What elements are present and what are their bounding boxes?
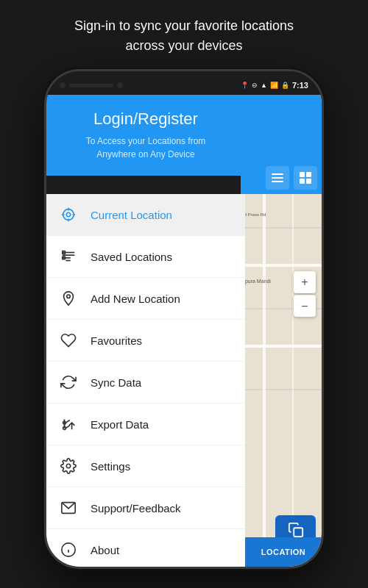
- export-data-label: Export Data: [91, 418, 149, 431]
- map-view-button[interactable]: [294, 166, 317, 190]
- lock-status-icon: 🔒: [281, 82, 289, 89]
- menu-item-export-data[interactable]: Export Data: [46, 404, 245, 445]
- menu-item-about[interactable]: About: [46, 529, 245, 567]
- blue-header: Login/Register To Access your Locations …: [46, 95, 245, 176]
- phone-wrapper: 📍 ⊖ ▲ 📶 🔒 7:13 k Ho: [44, 69, 324, 569]
- zoom-out-button[interactable]: −: [294, 295, 316, 317]
- camera-area: [60, 82, 123, 88]
- svg-rect-0: [272, 173, 283, 175]
- status-bar: 📍 ⊖ ▲ 📶 🔒 7:13: [46, 71, 322, 95]
- location-status-icon: 📍: [241, 82, 249, 89]
- map-header-area: [241, 95, 322, 194]
- signal-status-icon: 📶: [270, 82, 278, 89]
- menu-item-sync-data[interactable]: Sync Data: [46, 362, 245, 404]
- login-subtitle: To Access your Locations from Anywhere o…: [58, 135, 233, 161]
- svg-point-24: [66, 464, 71, 468]
- saved-locations-label: Saved Locations: [91, 251, 172, 263]
- top-message: Sign-in to sync your favorite locations …: [45, 0, 323, 69]
- menu-item-favourites[interactable]: Favourites: [46, 320, 245, 362]
- top-message-text2: across your devices: [125, 38, 242, 53]
- sync-icon: [58, 372, 79, 392]
- svg-line-21: [66, 420, 70, 423]
- menu-item-current-location[interactable]: Current Location: [46, 194, 245, 236]
- menu-item-add-new-location[interactable]: Add New Location: [46, 278, 245, 320]
- location-bottom-button[interactable]: LOCATION: [245, 537, 322, 567]
- menu-item-saved-locations[interactable]: Saved Locations: [46, 236, 245, 278]
- about-icon: [58, 539, 79, 560]
- status-icons-area: 📍 ⊖ ▲ 📶 🔒 7:13: [241, 81, 308, 90]
- favourites-label: Favourites: [91, 334, 142, 347]
- svg-point-7: [66, 212, 71, 217]
- mail-icon: [58, 498, 79, 518]
- saved-locations-icon: [58, 246, 79, 267]
- settings-label: Settings: [91, 460, 130, 473]
- location-button-label: LOCATION: [261, 548, 306, 556]
- add-location-icon: [58, 288, 79, 309]
- export-icon: [58, 414, 79, 434]
- about-label: About: [91, 544, 119, 556]
- svg-rect-1: [272, 177, 283, 179]
- svg-rect-4: [306, 172, 311, 177]
- wifi-status-icon: ▲: [261, 82, 267, 89]
- zoom-in-button[interactable]: +: [294, 271, 316, 293]
- svg-line-22: [66, 426, 70, 429]
- time-display: 7:13: [292, 81, 308, 90]
- svg-point-8: [63, 209, 74, 220]
- svg-rect-5: [300, 179, 305, 184]
- minus-status-icon: ⊖: [252, 82, 258, 89]
- favourites-icon: [58, 330, 79, 351]
- menu-item-settings[interactable]: Settings: [46, 445, 245, 487]
- svg-rect-6: [306, 179, 311, 184]
- menu-item-support[interactable]: Support/Feedback: [46, 487, 245, 529]
- current-location-label: Current Location: [91, 209, 172, 221]
- svg-rect-29: [294, 528, 302, 537]
- current-location-icon: [58, 204, 79, 225]
- svg-point-15: [67, 295, 71, 298]
- support-label: Support/Feedback: [91, 502, 181, 514]
- add-location-label: Add New Location: [91, 293, 180, 305]
- settings-icon: [58, 456, 79, 476]
- top-message-text: Sign-in to sync your favorite locations: [74, 18, 294, 33]
- svg-rect-3: [300, 172, 305, 177]
- phone-screen: k Ho H City Gold Ganesh Ji - al Ka Raja …: [46, 95, 322, 567]
- svg-rect-2: [272, 181, 283, 182]
- hamburger-button[interactable]: [266, 166, 289, 190]
- sync-data-label: Sync Data: [91, 376, 141, 389]
- login-title: Login/Register: [58, 110, 233, 129]
- menu-panel: Current Location Saved Locations: [46, 194, 245, 567]
